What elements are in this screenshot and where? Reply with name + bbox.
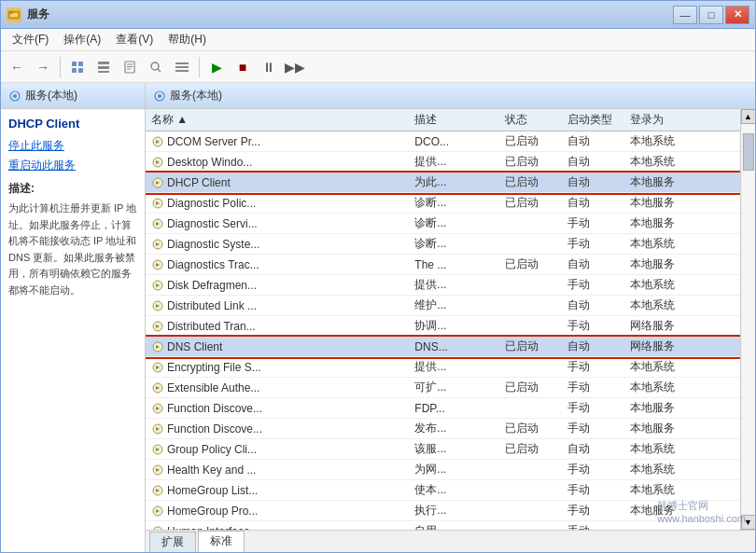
up-button[interactable]	[65, 55, 90, 79]
service-type-cell: 手动	[562, 275, 624, 296]
service-name-cell: HomeGroup List...	[146, 480, 409, 501]
service-type-cell: 手动	[562, 521, 624, 531]
table-row[interactable]: Encrypting File S...提供...手动本地系统	[146, 357, 740, 378]
service-status-cell	[499, 521, 562, 531]
table-row[interactable]: DNS ClientDNS...已启动自动网络服务	[146, 337, 740, 357]
table-row[interactable]: Distributed Tran...协调...手动网络服务	[146, 316, 740, 337]
table-row[interactable]: Extensible Authe...可扩...已启动手动本地系统	[146, 378, 740, 398]
service-desc-cell: 为此...	[409, 173, 499, 193]
menu-file[interactable]: 文件(F)	[5, 30, 56, 49]
forward-button[interactable]: →	[31, 55, 55, 79]
menu-help[interactable]: 帮助(H)	[161, 30, 214, 49]
col-logon[interactable]: 登录为	[624, 109, 740, 131]
tab-standard[interactable]: 标准	[198, 531, 245, 552]
svg-rect-16	[175, 62, 189, 64]
service-logon-cell: 网络服务	[624, 337, 740, 357]
service-desc-cell: 发布...	[409, 419, 499, 439]
view-button[interactable]	[170, 55, 194, 79]
service-type-cell: 手动	[562, 234, 624, 255]
table-row[interactable]: Desktop Windo...提供...已启动自动本地系统	[146, 152, 740, 173]
col-desc[interactable]: 描述	[409, 109, 499, 131]
svg-line-15	[158, 69, 161, 72]
stop-service-button[interactable]: ■	[231, 55, 255, 79]
service-logon-cell: 本地服务	[624, 501, 740, 521]
restart-service-link[interactable]: 重启动此服务	[8, 158, 137, 173]
service-logon-cell: 网络服务	[624, 316, 740, 337]
table-row[interactable]: DCOM Server Pr...DCO...已启动自动本地系统	[146, 131, 740, 152]
minimize-button[interactable]: —	[673, 6, 697, 24]
svg-point-20	[13, 94, 17, 98]
table-row[interactable]: Human Interface自用...手动	[146, 521, 740, 531]
table-row[interactable]: Group Policy Cli...该服...已启动自动本地系统	[146, 439, 740, 460]
table-row[interactable]: Diagnostic Servi...诊断...手动本地服务	[146, 214, 740, 234]
table-row[interactable]: Function Discove...发布...已启动手动本地服务	[146, 419, 740, 439]
left-panel-body: DHCP Client 停止此服务 重启动此服务 描述: 为此计算机注册并更新 …	[1, 109, 145, 552]
back-button[interactable]: ←	[5, 55, 29, 79]
service-desc-cell: 自用...	[409, 521, 499, 531]
table-row[interactable]: Diagnostics Trac...The ...已启动自动本地服务	[146, 255, 740, 275]
table-row[interactable]: Health Key and ...为网...手动本地系统	[146, 460, 740, 480]
service-name-cell: HomeGroup Pro...	[146, 501, 409, 521]
service-logon-cell: 本地系统	[624, 152, 740, 173]
service-icon	[151, 238, 164, 251]
table-row[interactable]: HomeGroup List...使本...手动本地系统	[146, 480, 740, 501]
service-status-cell	[499, 214, 562, 234]
right-scrollbar: ▲ ▼	[740, 109, 755, 530]
scroll-down-button[interactable]: ▼	[741, 515, 756, 530]
scrollbar-track[interactable]	[742, 124, 755, 515]
close-button[interactable]: ✕	[725, 6, 749, 24]
start-service-button[interactable]: ▶	[204, 55, 229, 79]
pause-service-button[interactable]: ⏸	[257, 55, 281, 79]
maximize-button[interactable]: □	[699, 6, 723, 24]
service-name-cell: DCOM Server Pr...	[146, 131, 409, 152]
scrollbar-thumb[interactable]	[743, 133, 754, 171]
service-name-cell: Human Interface	[146, 521, 409, 531]
service-logon-cell: 本地服务	[624, 398, 740, 419]
title-bar-left: 服务	[7, 7, 49, 22]
service-name-cell: DHCP Client	[146, 173, 409, 193]
svg-rect-2	[8, 11, 13, 14]
tab-expand[interactable]: 扩展	[149, 532, 196, 552]
table-row[interactable]: DHCP Client为此...已启动自动本地服务	[146, 173, 740, 193]
properties-button[interactable]	[118, 55, 142, 79]
menu-view[interactable]: 查看(V)	[108, 30, 161, 49]
service-desc-cell: 协调...	[409, 316, 499, 337]
search-button[interactable]	[144, 55, 168, 79]
service-desc-cell: 执行...	[409, 501, 499, 521]
table-row[interactable]: Disk Defragmen...提供...手动本地系统	[146, 275, 740, 296]
stop-service-link[interactable]: 停止此服务	[8, 138, 137, 154]
service-logon-cell: 本地系统	[624, 296, 740, 316]
menu-action[interactable]: 操作(A)	[56, 30, 108, 49]
service-logon-cell: 本地服务	[624, 214, 740, 234]
svg-rect-8	[98, 66, 109, 69]
service-logon-cell: 本地系统	[624, 234, 740, 255]
table-row[interactable]: HomeGroup Pro...执行...手动本地服务	[146, 501, 740, 521]
service-name-cell: Function Discove...	[146, 398, 409, 419]
service-status-cell	[499, 234, 562, 255]
title-bar: 服务 — □ ✕	[1, 1, 755, 29]
show-hide-button[interactable]	[91, 55, 116, 79]
service-status-cell: 已启动	[499, 337, 562, 357]
service-status-cell	[499, 480, 562, 501]
service-icon	[151, 197, 164, 210]
service-type-cell: 自动	[562, 296, 624, 316]
col-type[interactable]: 启动类型	[562, 109, 624, 131]
service-logon-cell: 本地系统	[624, 439, 740, 460]
scroll-up-button[interactable]: ▲	[741, 109, 756, 124]
table-row[interactable]: Diagnostic Syste...诊断...手动本地系统	[146, 234, 740, 255]
service-status-cell	[499, 357, 562, 378]
service-icon	[151, 279, 164, 292]
service-desc-cell: 使本...	[409, 480, 499, 501]
service-desc-cell: 提供...	[409, 275, 499, 296]
table-row[interactable]: Distributed Link ...维护...自动本地系统	[146, 296, 740, 316]
service-name-cell: Desktop Windo...	[146, 152, 409, 173]
col-name[interactable]: 名称 ▲	[146, 109, 409, 131]
table-row[interactable]: Diagnostic Polic...诊断...已启动自动本地服务	[146, 193, 740, 214]
col-status[interactable]: 状态	[499, 109, 562, 131]
svg-rect-6	[78, 68, 83, 73]
restart-service-button[interactable]: ▶▶	[283, 55, 307, 79]
services-icon	[8, 90, 21, 103]
table-row[interactable]: Function Discove...FDP...手动本地服务	[146, 398, 740, 419]
service-status-cell: 已启动	[499, 255, 562, 275]
service-table: 名称 ▲ 描述 状态 启动类型 登录为 DCOM Server Pr...DCO…	[146, 109, 740, 530]
